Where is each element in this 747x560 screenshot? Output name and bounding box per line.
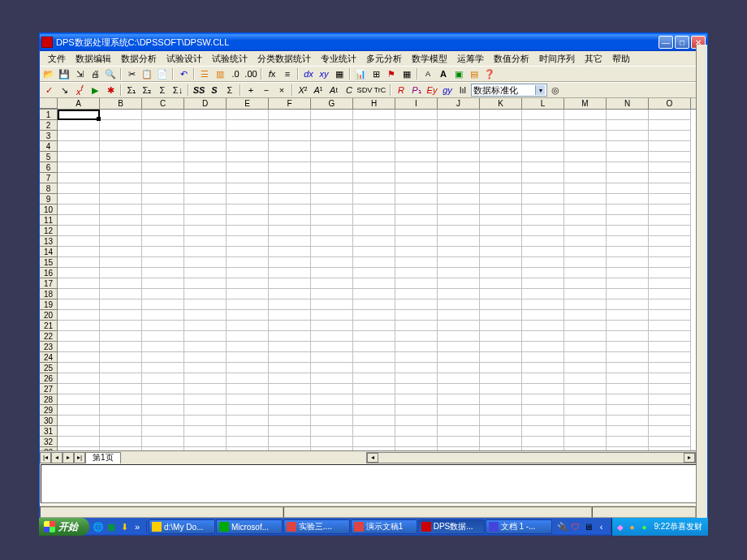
download-icon[interactable]: ⬇ [119,521,130,532]
cell[interactable] [184,120,227,131]
row-header[interactable]: 6 [40,162,58,173]
col-header[interactable]: E [227,98,269,109]
cell[interactable] [395,268,438,278]
cell[interactable] [353,426,395,437]
cell[interactable] [438,426,480,437]
cell[interactable] [480,394,522,405]
cell[interactable] [142,342,184,352]
sum-icon[interactable]: Σ [222,84,237,97]
copy-icon[interactable]: 📋 [140,67,154,80]
cell[interactable] [353,152,395,162]
cell[interactable] [227,352,269,363]
cell[interactable] [649,384,691,394]
cell[interactable] [607,437,649,447]
cell[interactable] [311,437,353,447]
col-header[interactable]: H [353,98,395,109]
cell[interactable] [58,405,100,416]
cell[interactable] [142,141,184,152]
cell[interactable] [607,110,649,120]
cell[interactable] [438,299,480,310]
cell[interactable] [564,373,607,384]
cells-area[interactable] [58,110,707,450]
cell[interactable] [607,405,649,416]
cell[interactable] [395,310,438,321]
sigma2-icon[interactable]: Σ₂ [140,84,154,97]
cell[interactable] [58,194,100,205]
cell[interactable] [438,173,480,183]
cell[interactable] [607,342,649,352]
task-button[interactable]: 实验三.... [283,519,350,534]
cell[interactable] [227,215,269,226]
cell[interactable] [353,257,395,268]
cell[interactable] [438,437,480,447]
col-header[interactable]: N [607,98,649,109]
cell[interactable] [522,363,564,373]
cell[interactable] [564,310,607,321]
cell[interactable] [395,162,438,173]
cell[interactable] [522,299,564,310]
cell[interactable] [311,426,353,437]
cell[interactable] [100,373,142,384]
cell[interactable] [311,183,353,194]
cell[interactable] [100,278,142,289]
cell[interactable] [142,226,184,236]
cell[interactable] [269,226,311,236]
cell[interactable] [184,289,227,299]
cell[interactable] [522,215,564,226]
tab-first-icon[interactable]: |◂ [40,452,51,463]
col-header[interactable]: A [58,98,100,109]
col-header[interactable]: B [100,98,142,109]
cell[interactable] [480,447,522,450]
row-header[interactable]: 8 [40,183,58,194]
task-button[interactable]: 文档 1 -... [486,519,552,534]
more-icon[interactable]: » [132,521,143,532]
cell[interactable] [649,405,691,416]
cell[interactable] [227,310,269,321]
cell[interactable] [142,352,184,363]
cell[interactable] [100,384,142,394]
cell[interactable] [142,162,184,173]
cell[interactable] [58,215,100,226]
cell[interactable] [564,247,607,257]
cell[interactable] [438,321,480,331]
cell[interactable] [353,289,395,299]
cell[interactable] [100,110,142,120]
cell[interactable] [269,131,311,141]
cell[interactable] [142,447,184,450]
ie-icon[interactable]: 🌐 [93,521,104,532]
cell[interactable] [649,173,691,183]
cell[interactable] [480,384,522,394]
cell[interactable] [649,363,691,373]
cell[interactable] [227,131,269,141]
cell[interactable] [353,141,395,152]
cell[interactable] [395,331,438,342]
tray-icon[interactable]: ● [640,522,650,532]
cell[interactable] [311,394,353,405]
cell[interactable] [607,194,649,205]
cell[interactable] [649,426,691,437]
cell[interactable] [142,257,184,268]
cell[interactable] [311,152,353,162]
row-header[interactable]: 1 [40,110,58,120]
menu-timeseries[interactable]: 时间序列 [534,53,580,65]
cell[interactable] [480,289,522,299]
cell[interactable] [649,247,691,257]
cell[interactable] [58,183,100,194]
cell[interactable] [649,162,691,173]
cell[interactable] [649,110,691,120]
row-header[interactable]: 7 [40,173,58,183]
cell[interactable] [438,394,480,405]
row-header[interactable]: 28 [40,394,58,405]
cell[interactable] [269,173,311,183]
cell[interactable] [58,110,100,120]
cell[interactable] [649,373,691,384]
menu-file[interactable]: 文件 [43,53,71,65]
cell[interactable] [269,205,311,215]
cell[interactable] [227,299,269,310]
cell[interactable] [142,394,184,405]
cell[interactable] [311,173,353,183]
cell[interactable] [58,278,100,289]
sigma3-icon[interactable]: Σ↓ [171,84,185,97]
col-icon[interactable]: ▥ [213,67,227,80]
ss-icon[interactable]: SS [192,84,206,97]
